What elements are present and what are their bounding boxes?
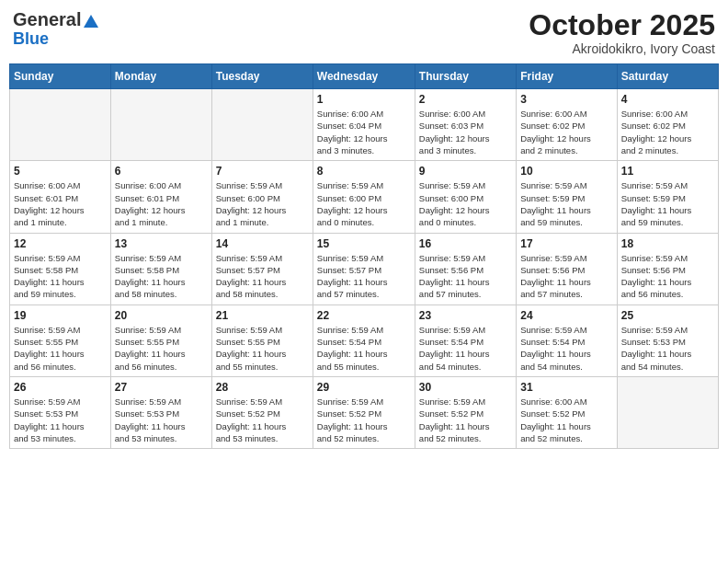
calendar-week-row: 5Sunrise: 6:00 AM Sunset: 6:01 PM Daylig…: [10, 161, 719, 233]
day-number: 11: [621, 165, 714, 178]
day-number: 7: [216, 165, 309, 178]
day-info: Sunrise: 5:59 AM Sunset: 5:53 PM Dayligh…: [115, 396, 208, 444]
day-info: Sunrise: 5:59 AM Sunset: 5:56 PM Dayligh…: [520, 252, 612, 301]
calendar-cell: 29Sunrise: 5:59 AM Sunset: 5:52 PM Dayli…: [313, 376, 415, 448]
calendar-cell: 25Sunrise: 5:59 AM Sunset: 5:53 PM Dayli…: [617, 304, 718, 376]
day-info: Sunrise: 5:59 AM Sunset: 5:55 PM Dayligh…: [216, 324, 309, 373]
calendar-week-row: 26Sunrise: 5:59 AM Sunset: 5:53 PM Dayli…: [10, 376, 719, 448]
calendar-cell: 17Sunrise: 5:59 AM Sunset: 5:56 PM Dayli…: [517, 233, 617, 304]
logo: General Blue: [13, 9, 99, 47]
day-info: Sunrise: 5:59 AM Sunset: 5:57 PM Dayligh…: [317, 252, 411, 301]
calendar-week-row: 1Sunrise: 6:00 AM Sunset: 6:04 PM Daylig…: [10, 89, 719, 161]
calendar-cell: 9Sunrise: 5:59 AM Sunset: 6:00 PM Daylig…: [415, 161, 516, 233]
day-number: 10: [520, 165, 612, 178]
day-info: Sunrise: 5:59 AM Sunset: 5:52 PM Dayligh…: [216, 396, 309, 444]
weekday-header-tuesday: Tuesday: [211, 64, 313, 89]
day-info: Sunrise: 5:59 AM Sunset: 6:00 PM Dayligh…: [216, 179, 309, 228]
calendar-cell: 6Sunrise: 6:00 AM Sunset: 6:01 PM Daylig…: [110, 161, 211, 233]
svg-marker-0: [84, 15, 98, 28]
calendar-cell: 10Sunrise: 5:59 AM Sunset: 5:59 PM Dayli…: [517, 161, 617, 233]
day-number: 2: [419, 93, 512, 106]
weekday-header-friday: Friday: [517, 64, 617, 89]
day-info: Sunrise: 5:59 AM Sunset: 5:53 PM Dayligh…: [621, 324, 714, 373]
calendar-week-row: 19Sunrise: 5:59 AM Sunset: 5:55 PM Dayli…: [10, 304, 719, 376]
day-info: Sunrise: 5:59 AM Sunset: 6:00 PM Dayligh…: [317, 179, 411, 228]
calendar-cell: [10, 89, 111, 161]
calendar-cell: 12Sunrise: 5:59 AM Sunset: 5:58 PM Dayli…: [10, 233, 111, 304]
day-info: Sunrise: 5:59 AM Sunset: 5:56 PM Dayligh…: [419, 252, 512, 301]
day-number: 19: [14, 309, 107, 322]
day-number: 20: [115, 309, 208, 322]
calendar-cell: 30Sunrise: 5:59 AM Sunset: 5:52 PM Dayli…: [415, 376, 516, 448]
day-number: 5: [14, 165, 107, 178]
calendar-cell: 1Sunrise: 6:00 AM Sunset: 6:04 PM Daylig…: [313, 89, 415, 161]
day-info: Sunrise: 5:59 AM Sunset: 5:55 PM Dayligh…: [14, 324, 107, 373]
calendar-week-row: 12Sunrise: 5:59 AM Sunset: 5:58 PM Dayli…: [10, 233, 719, 304]
day-number: 13: [115, 237, 208, 250]
calendar-cell: [211, 89, 313, 161]
day-number: 1: [317, 93, 411, 106]
calendar-table: SundayMondayTuesdayWednesdayThursdayFrid…: [9, 63, 719, 449]
calendar-cell: 27Sunrise: 5:59 AM Sunset: 5:53 PM Dayli…: [110, 376, 211, 448]
calendar-cell: 16Sunrise: 5:59 AM Sunset: 5:56 PM Dayli…: [415, 233, 516, 304]
logo-icon: [83, 13, 99, 29]
day-info: Sunrise: 5:59 AM Sunset: 5:54 PM Dayligh…: [520, 324, 612, 373]
day-number: 27: [115, 381, 208, 394]
day-info: Sunrise: 5:59 AM Sunset: 5:52 PM Dayligh…: [317, 396, 411, 444]
day-info: Sunrise: 6:00 AM Sunset: 5:52 PM Dayligh…: [520, 396, 612, 444]
calendar-cell: 21Sunrise: 5:59 AM Sunset: 5:55 PM Dayli…: [211, 304, 313, 376]
location-subtitle: Akroidokikro, Ivory Coast: [529, 41, 715, 56]
day-info: Sunrise: 5:59 AM Sunset: 5:59 PM Dayligh…: [520, 179, 612, 228]
day-number: 26: [14, 381, 107, 394]
calendar-cell: 26Sunrise: 5:59 AM Sunset: 5:53 PM Dayli…: [10, 376, 111, 448]
weekday-header-row: SundayMondayTuesdayWednesdayThursdayFrid…: [10, 64, 719, 89]
calendar-cell: 11Sunrise: 5:59 AM Sunset: 5:59 PM Dayli…: [617, 161, 718, 233]
logo-general-text: General: [13, 9, 81, 30]
day-info: Sunrise: 5:59 AM Sunset: 5:58 PM Dayligh…: [115, 252, 208, 301]
calendar-cell: [617, 376, 718, 448]
calendar-cell: 7Sunrise: 5:59 AM Sunset: 6:00 PM Daylig…: [211, 161, 313, 233]
day-number: 30: [419, 381, 512, 394]
calendar-cell: 2Sunrise: 6:00 AM Sunset: 6:03 PM Daylig…: [415, 89, 516, 161]
calendar-cell: 15Sunrise: 5:59 AM Sunset: 5:57 PM Dayli…: [313, 233, 415, 304]
calendar-cell: 28Sunrise: 5:59 AM Sunset: 5:52 PM Dayli…: [211, 376, 313, 448]
day-number: 12: [14, 237, 107, 250]
month-year-title: October 2025: [529, 9, 715, 41]
day-info: Sunrise: 5:59 AM Sunset: 5:52 PM Dayligh…: [419, 396, 512, 444]
day-info: Sunrise: 6:00 AM Sunset: 6:03 PM Dayligh…: [419, 108, 512, 156]
calendar-cell: 22Sunrise: 5:59 AM Sunset: 5:54 PM Dayli…: [313, 304, 415, 376]
weekday-header-thursday: Thursday: [415, 64, 516, 89]
page-header: General Blue October 2025 Akroidokikro, …: [9, 9, 719, 56]
day-number: 18: [621, 237, 714, 250]
calendar-cell: 14Sunrise: 5:59 AM Sunset: 5:57 PM Dayli…: [211, 233, 313, 304]
weekday-header-saturday: Saturday: [617, 64, 718, 89]
day-info: Sunrise: 6:00 AM Sunset: 6:02 PM Dayligh…: [520, 108, 612, 156]
logo-blue-text: Blue: [13, 30, 49, 47]
day-info: Sunrise: 5:59 AM Sunset: 5:54 PM Dayligh…: [419, 324, 512, 373]
day-number: 21: [216, 309, 309, 322]
day-number: 28: [216, 381, 309, 394]
day-number: 4: [621, 93, 714, 106]
day-number: 29: [317, 381, 411, 394]
day-number: 14: [216, 237, 309, 250]
weekday-header-sunday: Sunday: [10, 64, 111, 89]
calendar-cell: 13Sunrise: 5:59 AM Sunset: 5:58 PM Dayli…: [110, 233, 211, 304]
day-info: Sunrise: 5:59 AM Sunset: 5:57 PM Dayligh…: [216, 252, 309, 301]
calendar-cell: 24Sunrise: 5:59 AM Sunset: 5:54 PM Dayli…: [517, 304, 617, 376]
day-number: 31: [520, 381, 612, 394]
day-number: 25: [621, 309, 714, 322]
calendar-cell: 8Sunrise: 5:59 AM Sunset: 6:00 PM Daylig…: [313, 161, 415, 233]
calendar-cell: 31Sunrise: 6:00 AM Sunset: 5:52 PM Dayli…: [517, 376, 617, 448]
day-info: Sunrise: 5:59 AM Sunset: 5:54 PM Dayligh…: [317, 324, 411, 373]
day-number: 6: [115, 165, 208, 178]
day-info: Sunrise: 5:59 AM Sunset: 5:53 PM Dayligh…: [14, 396, 107, 444]
day-number: 24: [520, 309, 612, 322]
title-block: October 2025 Akroidokikro, Ivory Coast: [529, 9, 715, 56]
calendar-cell: 23Sunrise: 5:59 AM Sunset: 5:54 PM Dayli…: [415, 304, 516, 376]
calendar-cell: 20Sunrise: 5:59 AM Sunset: 5:55 PM Dayli…: [110, 304, 211, 376]
calendar-cell: 3Sunrise: 6:00 AM Sunset: 6:02 PM Daylig…: [517, 89, 617, 161]
day-number: 22: [317, 309, 411, 322]
day-info: Sunrise: 5:59 AM Sunset: 5:56 PM Dayligh…: [621, 252, 714, 301]
day-info: Sunrise: 5:59 AM Sunset: 5:55 PM Dayligh…: [115, 324, 208, 373]
day-number: 17: [520, 237, 612, 250]
